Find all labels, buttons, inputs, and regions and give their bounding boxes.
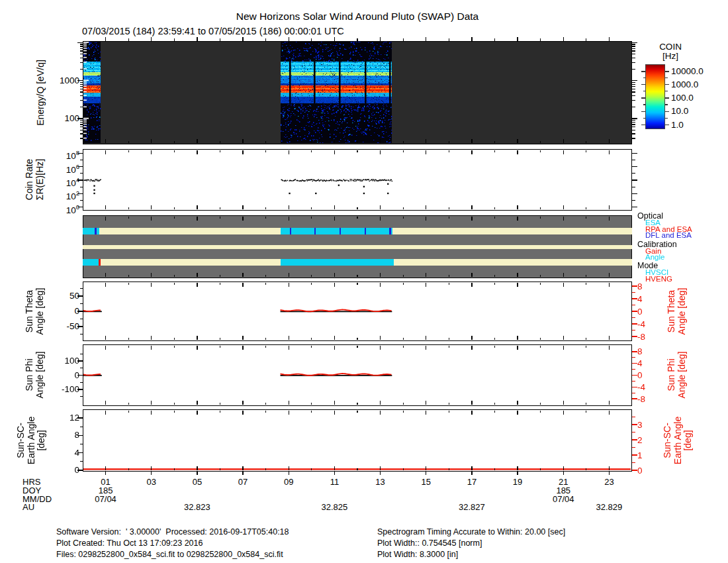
axis-tick [609, 217, 610, 221]
axis-tick [80, 89, 83, 89]
axis-tick [80, 122, 83, 123]
axis-tick [494, 207, 495, 210]
axis-tick [197, 411, 197, 415]
axis-tick [643, 118, 646, 119]
axis-tick [517, 150, 518, 154]
axis-tick [563, 273, 564, 277]
axis-tick [220, 207, 220, 210]
axis-tick [563, 283, 564, 287]
axis-tick [357, 338, 357, 340]
axis-tick [151, 273, 152, 277]
footer-right-line: Plot Width: 8.3000 [in] [377, 550, 458, 558]
status-segment-optical [392, 228, 632, 234]
axis-tick [334, 150, 335, 154]
axis-tick [105, 472, 106, 475]
axis-tick [289, 411, 289, 415]
earth-right-ylabel: Sun-SC-Earth Angle[deg] [662, 417, 694, 464]
axis-tick [540, 150, 541, 153]
axis-tick [80, 319, 83, 319]
au-label: 32.829 [596, 503, 623, 511]
axis-tick [632, 124, 635, 125]
axis-tick [632, 84, 635, 85]
hour-label: 15 [422, 478, 431, 486]
axis-tick [403, 403, 404, 405]
axis-tick [80, 396, 83, 397]
axis-tick [265, 411, 266, 413]
axis-tick [197, 336, 197, 340]
axis-tick [665, 91, 668, 91]
axis-tick [265, 275, 266, 278]
axis-tick [105, 283, 106, 287]
axis-tick [540, 217, 541, 219]
status-segment-optical [281, 228, 392, 234]
axis-tick [540, 346, 541, 348]
axis-tick [265, 338, 266, 340]
axis-tick [609, 401, 610, 405]
axis-tick [609, 346, 610, 350]
axis-tick [265, 346, 266, 348]
status-segment-optical [99, 228, 281, 234]
colorbar-title: COIN [Hz] [651, 42, 690, 61]
axis-tick [471, 273, 472, 277]
axis-tick [80, 303, 83, 304]
axis-tick [80, 82, 83, 83]
axis-tick [632, 323, 637, 324]
axis-tick [632, 95, 635, 96]
axis-tick [586, 275, 586, 278]
hour-label: 13 [375, 478, 385, 486]
axis-tick [609, 336, 610, 340]
axis-tick [380, 205, 381, 209]
axis-tick [80, 84, 83, 85]
y-tick-label: 0 [33, 466, 79, 474]
axis-tick [471, 150, 472, 154]
axis-tick [540, 207, 541, 210]
axis-tick [471, 472, 472, 475]
axis-tick [449, 468, 449, 471]
status-dfl-tick [389, 228, 391, 234]
axis-tick [426, 217, 426, 221]
axis-tick [265, 141, 266, 144]
axis-tick [632, 62, 635, 63]
axis-tick [632, 336, 637, 336]
axis-tick [380, 472, 381, 475]
colorbar-gradient [645, 64, 665, 129]
axis-tick [403, 346, 404, 348]
axis-tick [289, 336, 289, 340]
hour-label: 19 [513, 478, 522, 486]
axis-tick [632, 351, 637, 352]
axis-tick [563, 346, 564, 350]
axis-tick [174, 141, 175, 144]
axis-tick [334, 411, 335, 415]
axis-tick [540, 38, 541, 41]
axis-tick [494, 217, 495, 219]
axis-tick [380, 346, 381, 350]
axis-tick [105, 150, 106, 154]
axis-tick [632, 369, 635, 370]
axis-tick [563, 401, 564, 405]
axis-tick [632, 82, 635, 83]
axis-tick [80, 160, 83, 160]
axis-tick [242, 139, 243, 143]
status-dfl-tick [290, 228, 292, 234]
axis-tick [494, 141, 495, 144]
axis-tick [632, 166, 637, 167]
axis-tick [632, 179, 637, 180]
axis-tick [265, 283, 266, 285]
axis-tick [609, 472, 610, 475]
axis-tick [105, 401, 106, 405]
axis-tick [380, 336, 381, 340]
status-segment-calibration [83, 245, 632, 249]
axis-tick [609, 139, 610, 143]
y-tick-label: 4 [637, 359, 668, 368]
axis-tick [632, 298, 637, 299]
axis-tick [357, 150, 357, 153]
axis-tick [632, 46, 635, 46]
sun-sc-earth-canvas [83, 410, 631, 470]
axis-tick [586, 346, 586, 348]
footer-right-line: Spectrogram Timing Accurate to Within: 2… [377, 528, 565, 536]
axis-tick [151, 472, 152, 475]
status-dfl-tick [365, 228, 367, 234]
axis-tick [80, 46, 83, 46]
axis-tick [540, 411, 541, 413]
axis-tick [242, 336, 243, 340]
